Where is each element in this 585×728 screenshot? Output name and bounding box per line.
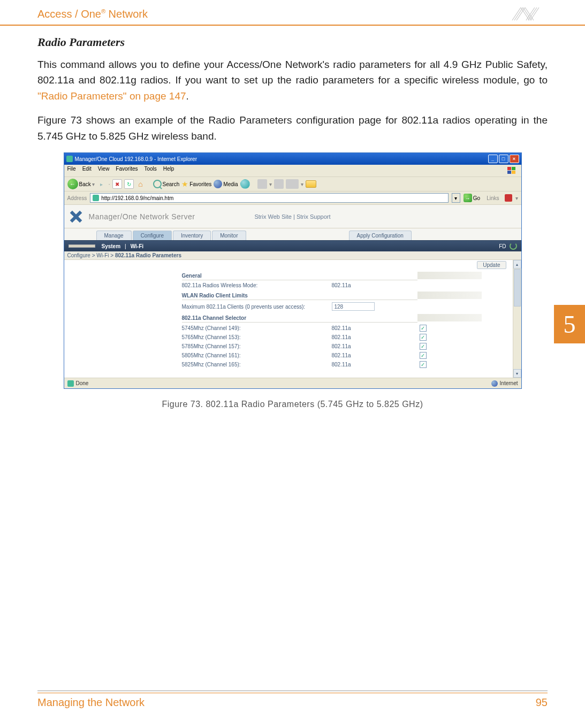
scroll-thumb[interactable] (514, 269, 521, 306)
back-dropdown-icon[interactable]: ▾ (92, 181, 95, 187)
channel-153-checkbox[interactable]: ✓ (420, 334, 427, 341)
history-button[interactable] (240, 179, 250, 189)
max-clients-input[interactable]: 128 (332, 302, 375, 311)
home-button[interactable]: ⌂ (136, 179, 146, 189)
svg-rect-3 (512, 171, 515, 174)
wireless-mode-label: 802.11a Radios Wireless Mode: (182, 282, 332, 288)
go-button[interactable]: → Go (464, 194, 480, 202)
svg-rect-0 (507, 167, 511, 170)
update-row: Update (477, 261, 506, 269)
content-spacer (64, 260, 182, 378)
brand-post: Network (105, 8, 148, 20)
discuss-button[interactable] (306, 180, 316, 188)
channel-row-161: 5805Mhz (Channel 161): 802.11a ✓ (182, 352, 503, 359)
channel-165-checkbox[interactable]: ✓ (420, 361, 427, 368)
refresh-button[interactable]: ↻ (124, 179, 134, 189)
status-page-icon (67, 380, 74, 387)
channel-165-label: 5825Mhz (Channel 165): (182, 362, 332, 367)
page-header: Access / One® Network (0, 0, 585, 26)
footer-row: Managing the Network 95 (37, 693, 548, 709)
scroll-down-button[interactable]: ▾ (513, 369, 521, 378)
print-button[interactable] (274, 179, 284, 189)
brand-title: Access / One® Network (37, 8, 148, 20)
general-heading: General (182, 272, 417, 280)
window-close-button[interactable]: × (510, 155, 519, 163)
figure-screenshot: Manager/One Cloud 192.168.0.9 - Internet… (64, 152, 522, 409)
channel-149-mode: 802.11a (332, 325, 407, 331)
search-button[interactable]: Search (153, 180, 180, 188)
intro-paragraph-1: This command allows you to define your A… (37, 57, 548, 104)
forward-button[interactable]: ▸ (97, 179, 107, 189)
general-section: General 802.11a Radios Wireless Mode: 80… (182, 272, 521, 288)
status-left: Done (67, 380, 89, 387)
app-top-links[interactable]: Strix Web Site | Strix Support (254, 213, 330, 220)
mail-button[interactable] (257, 179, 267, 189)
address-dropdown-button[interactable]: ▾ (452, 193, 460, 203)
favorites-button[interactable]: ★ Favorites (181, 180, 211, 188)
footer-rule-top (37, 691, 548, 691)
wlan-limits-section: WLAN Radio Client Limits Maximum 802.11a… (182, 292, 521, 311)
channel-153-mode: 802.11a (332, 334, 407, 340)
media-icon (214, 180, 222, 188)
channel-165-mode: 802.11a (332, 362, 407, 367)
channel-149-checkbox[interactable]: ✓ (420, 325, 427, 332)
back-button[interactable]: ← Back ▾ (67, 179, 95, 189)
menu-tools[interactable]: Tools (144, 166, 156, 175)
tab-configure[interactable]: Configure (133, 231, 172, 240)
scrollbar[interactable]: ▴ ▾ (513, 260, 521, 378)
mail-dropdown-icon[interactable]: ▾ (269, 181, 272, 187)
ie-statusbar: Done Internet (64, 378, 521, 388)
footer-section-title: Managing the Network (37, 696, 145, 709)
subnav-pipe: | (125, 243, 126, 249)
ie-title-text: Manager/One Cloud 192.168.0.9 - Internet… (75, 156, 197, 162)
menu-favorites[interactable]: Favorites (116, 166, 138, 175)
subnav-wifi[interactable]: Wi-Fi (131, 243, 143, 249)
ie-addressbar: Address http://192.168.0.9/nc/main.htm ▾… (64, 191, 521, 205)
refresh-icon[interactable] (510, 242, 517, 250)
window-maximize-button[interactable]: □ (499, 155, 508, 163)
content-panel: Update General 802.11a Radios Wireless M… (182, 260, 521, 378)
app-logo-icon (69, 209, 83, 224)
links-dropdown-icon[interactable]: ▾ (515, 195, 518, 201)
links-icon[interactable] (505, 194, 512, 202)
star-icon: ★ (181, 180, 188, 188)
subnav-system[interactable]: System (102, 243, 121, 249)
menu-file[interactable]: File (67, 166, 76, 175)
content-area: Update General 802.11a Radios Wireless M… (64, 260, 521, 378)
update-button[interactable]: Update (477, 261, 506, 269)
tab-monitor[interactable]: Monitor (212, 231, 246, 240)
intro-paragraph-2: Figure 73 shows an example of the Radio … (37, 112, 548, 144)
heading-shade (417, 272, 482, 279)
channel-157-label: 5785Mhz (Channel 157): (182, 343, 332, 349)
para1-text-b: . (186, 90, 189, 102)
tab-inventory[interactable]: Inventory (173, 231, 211, 240)
window-minimize-button[interactable]: _ (488, 155, 498, 163)
status-right: Internet (491, 380, 518, 387)
breadcrumb-pre[interactable]: Configure > Wi-Fi > (67, 252, 115, 258)
channel-157-checkbox[interactable]: ✓ (420, 343, 427, 350)
fd-label: FD (499, 243, 506, 249)
page-footer: Managing the Network 95 (0, 691, 585, 709)
favorites-label: Favorites (189, 181, 211, 187)
cross-ref-link[interactable]: "Radio Parameters" on page 147 (37, 90, 186, 102)
edit-dropdown-icon[interactable]: ▾ (301, 181, 303, 187)
channel-161-checkbox[interactable]: ✓ (420, 352, 427, 359)
menu-edit[interactable]: Edit (82, 166, 92, 175)
links-label[interactable]: Links (487, 195, 499, 201)
media-button[interactable]: Media (214, 180, 238, 188)
stop-button[interactable]: ✖ (112, 179, 122, 189)
scroll-track-space[interactable] (513, 307, 521, 369)
scroll-up-button[interactable]: ▴ (513, 260, 521, 269)
edit-button[interactable] (286, 179, 299, 189)
menu-view[interactable]: View (98, 166, 110, 175)
ie-toolbar: ← Back ▾ ▸ · ✖ ↻ ⌂ Search ★ Favorites (64, 177, 521, 191)
go-label: Go (473, 195, 480, 201)
general-heading-text: General (182, 273, 202, 279)
channel-selector-heading-text: 802.11a Channel Selector (182, 315, 247, 321)
menu-help[interactable]: Help (163, 166, 174, 175)
brand-pre: Access / One (37, 8, 101, 20)
tab-manage[interactable]: Manage (96, 231, 132, 240)
address-input[interactable]: http://192.168.0.9/nc/main.htm (90, 193, 449, 203)
ie-titlebar[interactable]: Manager/One Cloud 192.168.0.9 - Internet… (64, 153, 521, 165)
tab-apply-configuration[interactable]: Apply Configuration (349, 231, 412, 240)
